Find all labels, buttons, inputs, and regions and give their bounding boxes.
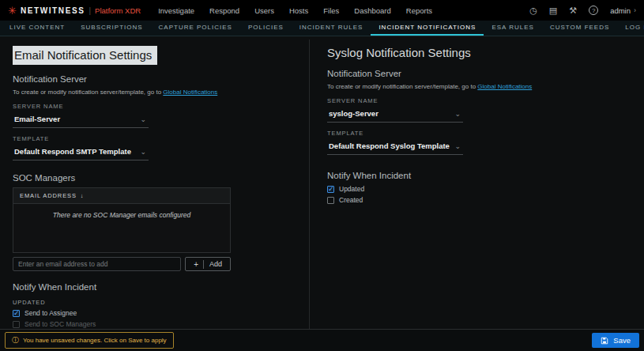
syslog-server-help: To create or modify notification server/… — [327, 83, 644, 90]
checkbox-row-syslog-updated[interactable]: Updated — [327, 185, 644, 193]
user-menu[interactable]: admin › — [610, 6, 636, 15]
syslog-server-select[interactable]: syslog-Server ⌄ — [327, 107, 463, 123]
netwitness-logo-icon: ✳ — [8, 6, 17, 16]
tab-live-content[interactable]: LIVE CONTENT — [2, 21, 73, 36]
email-server-help: To create or modify notification server/… — [13, 89, 309, 96]
checkbox-row-updated-send-to-assignee[interactable]: Send to Assignee — [13, 309, 309, 317]
top-bar: ✳ NETWITNESS | Platform XDR Investigate … — [0, 0, 644, 21]
brand: ✳ NETWITNESS | Platform XDR — [8, 6, 141, 16]
brand-name: NETWITNESS — [21, 6, 85, 15]
admin-sub-navigation: LIVE CONTENT SUBSCRIPTIONS CAPTURE POLIC… — [0, 21, 644, 36]
chevron-right-icon: › — [634, 6, 636, 14]
save-icon — [601, 337, 608, 345]
checkbox[interactable] — [13, 321, 20, 328]
soc-empty-message: There are no SOC Manager emails configur… — [13, 204, 230, 219]
nav-investigate[interactable]: Investigate — [158, 6, 194, 15]
main-content: Email Notification Settings Notification… — [0, 36, 644, 329]
unsaved-changes-warning: ⓘ You have unsaved changes. Click on Sav… — [5, 332, 174, 349]
syslog-notify-heading: Notify When Incident — [327, 171, 644, 180]
tab-incident-notifications[interactable]: INCIDENT NOTIFICATIONS — [371, 21, 484, 36]
column-label: EMAIL ADDRESS — [20, 192, 77, 199]
syslog-notification-server-heading: Notification Server — [327, 69, 644, 78]
info-icon: ⓘ — [12, 335, 19, 345]
email-template-label: TEMPLATE — [13, 135, 309, 142]
health-icon[interactable]: ◷ — [529, 6, 537, 15]
sort-desc-icon: ↓ — [81, 192, 85, 199]
netwitness-app: ✳ NETWITNESS | Platform XDR Investigate … — [0, 0, 644, 351]
nav-dashboard[interactable]: Dashboard — [354, 6, 390, 15]
email-server-select[interactable]: Email-Server ⌄ — [13, 112, 149, 128]
nav-files[interactable]: Files — [323, 6, 339, 15]
checkbox-row-updated-send-to-soc-managers[interactable]: Send to SOC Managers — [13, 320, 309, 328]
save-button[interactable]: Save — [592, 333, 639, 348]
help-icon[interactable]: ? — [589, 6, 598, 15]
updated-group-label: UPDATED — [13, 299, 309, 306]
nav-respond[interactable]: Respond — [209, 6, 239, 15]
syslog-server-name-label: SERVER NAME — [327, 97, 644, 104]
brand-product: Platform XDR — [95, 6, 141, 15]
save-button-label: Save — [613, 336, 631, 345]
tab-custom-feeds[interactable]: CUSTOM FEEDS — [542, 21, 617, 36]
global-notifications-link[interactable]: Global Notifications — [477, 83, 532, 90]
tab-log-parser-rules[interactable]: LOG PARSER RULES — [617, 21, 644, 36]
email-address-input[interactable] — [13, 257, 181, 271]
soc-managers-heading: SOC Managers — [13, 173, 309, 183]
add-button-label: Add — [209, 260, 222, 268]
chevron-down-icon: ⌄ — [454, 111, 461, 117]
soc-table-body: There are no SOC Manager emails configur… — [13, 203, 230, 252]
add-email-button[interactable]: + Add — [185, 257, 231, 271]
plus-icon: + — [194, 260, 204, 269]
email-notification-server-heading: Notification Server — [13, 74, 309, 84]
syslog-template-select[interactable]: Default Respond Syslog Template ⌄ — [327, 139, 463, 155]
tab-esa-rules[interactable]: ESA RULES — [484, 21, 541, 36]
chevron-down-icon: ⌄ — [454, 143, 461, 149]
syslog-template-label: TEMPLATE — [327, 130, 644, 137]
checkbox[interactable] — [13, 310, 20, 317]
syslog-settings-title: Syslog Notification Settings — [327, 46, 644, 59]
tools-icon[interactable]: ⚒ — [569, 6, 577, 15]
chevron-down-icon: ⌄ — [140, 149, 146, 155]
global-notifications-link[interactable]: Global Notifications — [163, 89, 217, 96]
brand-divider: | — [89, 6, 91, 15]
nav-hosts[interactable]: Hosts — [289, 6, 308, 15]
chevron-down-icon: ⌄ — [140, 116, 146, 123]
tab-policies[interactable]: POLICIES — [240, 21, 292, 36]
email-template-select[interactable]: Default Respond SMTP Template ⌄ — [13, 145, 149, 160]
add-email-row: + Add — [13, 257, 231, 271]
nav-reports[interactable]: Reports — [406, 6, 432, 15]
email-address-column-header[interactable]: EMAIL ADDRESS ↓ — [13, 188, 230, 203]
tab-capture-policies[interactable]: CAPTURE POLICIES — [151, 21, 240, 36]
warning-text: You have unsaved changes. Click on Save … — [23, 337, 167, 344]
soc-managers-table: EMAIL ADDRESS ↓ There are no SOC Manager… — [13, 187, 231, 253]
nav-users[interactable]: Users — [254, 6, 274, 15]
topbar-right: ◷ ▤ ⚒ ? admin › — [529, 6, 636, 15]
user-name: admin — [610, 6, 631, 15]
syslog-settings-panel: Syslog Notification Settings Notificatio… — [310, 36, 644, 329]
email-notify-heading: Notify When Incident — [13, 282, 309, 292]
checkbox[interactable] — [327, 186, 334, 193]
email-settings-title: Email Notification Settings — [13, 46, 309, 65]
email-server-name-label: SERVER NAME — [13, 103, 309, 110]
tab-incident-rules[interactable]: INCIDENT RULES — [292, 21, 371, 36]
email-settings-panel: Email Notification Settings Notification… — [0, 36, 309, 329]
tab-subscriptions[interactable]: SUBSCRIPTIONS — [73, 21, 150, 36]
checkbox-row-syslog-created[interactable]: Created — [327, 196, 644, 204]
jobs-icon[interactable]: ▤ — [549, 6, 557, 15]
top-navigation: Investigate Respond Users Hosts Files Da… — [158, 6, 432, 15]
checkbox[interactable] — [327, 197, 334, 204]
footer-bar: ⓘ You have unsaved changes. Click on Sav… — [0, 329, 644, 351]
